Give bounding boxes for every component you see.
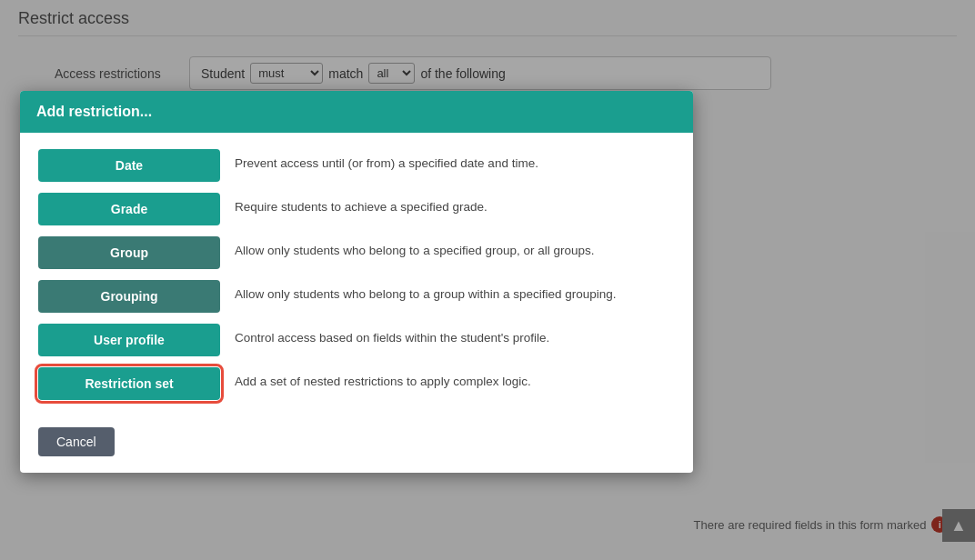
date-description: Prevent access until (or from) a specifi…: [235, 149, 675, 173]
group-button[interactable]: Group: [38, 236, 220, 269]
restriction-set-description: Add a set of nested restrictions to appl…: [235, 367, 675, 391]
modal-footer: Cancel: [20, 416, 693, 473]
user-profile-description: Control access based on fields within th…: [235, 324, 675, 347]
group-description: Allow only students who belong to a spec…: [235, 236, 675, 260]
grade-button[interactable]: Grade: [38, 193, 220, 225]
add-restriction-modal: Add restriction... DatePrevent access un…: [20, 91, 693, 473]
modal-title: Add restriction...: [36, 104, 152, 119]
user-profile-button[interactable]: User profile: [38, 324, 220, 356]
modal-body: DatePrevent access until (or from) a spe…: [20, 133, 693, 416]
cancel-button[interactable]: Cancel: [38, 427, 115, 456]
restriction-set-button[interactable]: Restriction set: [38, 367, 220, 400]
restriction-grid: DatePrevent access until (or from) a spe…: [38, 149, 675, 400]
modal-header: Add restriction...: [20, 91, 693, 133]
grouping-description: Allow only students who belong to a grou…: [235, 280, 675, 304]
grouping-button[interactable]: Grouping: [38, 280, 220, 313]
grade-description: Require students to achieve a specified …: [235, 193, 675, 216]
date-button[interactable]: Date: [38, 149, 220, 182]
